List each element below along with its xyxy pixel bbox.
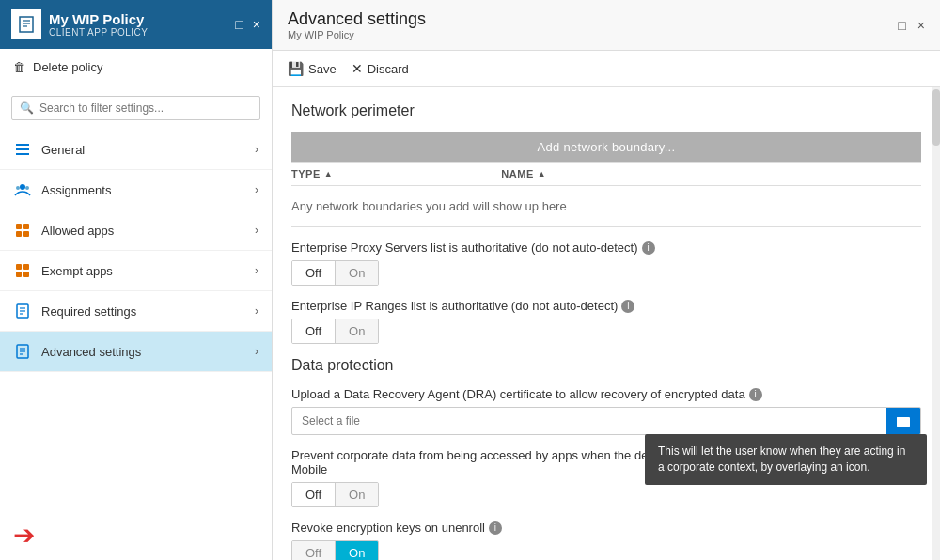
left-header-text: My WIP Policy CLIENT APP POLICY [49,11,148,38]
left-minimize-button[interactable]: □ [235,17,243,32]
add-network-boundary-button[interactable]: Add network boundary... [291,132,921,162]
content-area: Network perimeter Add network boundary..… [273,87,940,560]
arrow-indicator: ➔ [0,501,272,560]
proxy-auth-off-button[interactable]: Off [292,261,335,285]
sort-type-icon[interactable]: ▲ [324,169,333,179]
scrollbar-track[interactable] [932,87,940,560]
search-box[interactable]: 🔍 [11,96,260,120]
ip-ranges-auth-toggle: Off On [291,319,379,344]
discard-label: Discard [368,62,409,76]
left-header-title: My WIP Policy CLIENT APP POLICY [11,9,148,39]
svg-rect-27 [897,419,910,427]
prevent-access-on-button[interactable]: On [336,483,378,506]
scrollbar-thumb[interactable] [932,89,940,146]
svg-point-8 [16,186,20,190]
left-header-policy-subtitle: CLIENT APP POLICY [49,27,148,38]
folder-icon [896,413,911,428]
sidebar-item-advanced-settings[interactable]: Advanced settings › [0,332,272,372]
sidebar-item-required-settings[interactable]: Required settings › [0,291,272,332]
policy-icon [11,9,41,39]
exempt-apps-chevron: › [255,264,258,277]
svg-rect-4 [16,144,29,146]
search-icon: 🔍 [20,101,34,115]
proxy-auth-on-button[interactable]: On [336,261,378,285]
dra-label: Upload a Data Recovery Agent (DRA) certi… [291,387,921,401]
sidebar-item-exempt-apps[interactable]: Exempt apps › [0,251,272,291]
svg-rect-15 [24,264,29,270]
general-chevron: › [255,143,258,156]
revoke-encryption-label: Revoke encryption keys on unenroll i [291,521,921,535]
nav-items: General › Assignments › [0,130,272,501]
network-perimeter-title: Network perimeter [291,102,921,119]
prevent-access-toggle: Off On [291,482,379,507]
sidebar-item-assignments-label: Assignments [41,183,245,197]
proxy-auth-info-icon[interactable]: i [642,241,655,255]
dra-certificate-setting: Upload a Data Recovery Agent (DRA) certi… [291,387,921,435]
delete-policy-button[interactable]: 🗑 Delete policy [0,49,272,86]
left-close-button[interactable]: × [253,17,260,32]
sidebar-item-allowed-apps[interactable]: Allowed apps › [0,210,272,251]
revoke-encryption-setting: Revoke encryption keys on unenroll i Off… [291,521,921,560]
file-select-input[interactable] [292,409,886,433]
svg-rect-6 [16,153,29,155]
sidebar-item-general-label: General [41,143,245,157]
assignments-chevron: › [255,183,258,196]
right-panel-subtitle: My WIP Policy [288,29,426,40]
tooltip-text: This will let the user know when they ar… [658,444,905,474]
left-panel: My WIP Policy CLIENT APP POLICY □ × 🗑 De… [0,0,273,560]
sidebar-item-required-settings-label: Required settings [41,304,245,319]
svg-rect-11 [24,224,29,229]
proxy-auth-label: Enterprise Proxy Servers list is authori… [291,241,921,255]
svg-rect-17 [24,272,29,277]
svg-rect-28 [897,417,902,420]
advanced-settings-chevron: › [255,345,258,358]
revoke-encryption-info-icon[interactable]: i [489,521,502,535]
ip-ranges-auth-label: Enterprise IP Ranges list is authoritati… [291,299,921,313]
dra-info-icon[interactable]: i [749,388,762,401]
right-header-controls: □ × [898,18,925,33]
svg-rect-0 [20,17,33,32]
discard-button[interactable]: ✕ Discard [352,58,409,79]
data-protection-title: Data protection [291,357,921,374]
sidebar-item-general[interactable]: General › [0,130,272,170]
left-header: My WIP Policy CLIENT APP POLICY □ × [0,0,272,49]
svg-rect-13 [24,231,29,237]
svg-point-9 [25,186,29,190]
sidebar-item-assignments[interactable]: Assignments › [0,170,272,210]
right-panel: Advanced settings My WIP Policy □ × 💾 Sa… [273,0,940,560]
prevent-access-off-button[interactable]: Off [292,483,335,506]
right-minimize-button[interactable]: □ [898,18,905,33]
allowed-apps-icon [13,221,32,240]
file-select-button[interactable] [886,408,920,434]
discard-icon: ✕ [352,61,363,76]
save-button[interactable]: 💾 Save [288,58,337,79]
tooltip-box: This will let the user know when they ar… [645,434,927,485]
ip-ranges-auth-info-icon[interactable]: i [621,300,634,313]
ip-ranges-auth-on-button[interactable]: On [336,319,378,343]
right-panel-title: Advanced settings [288,9,426,29]
assignments-icon [13,180,32,199]
right-header-title: Advanced settings My WIP Policy [288,9,426,40]
revoke-encryption-off-button[interactable]: Off [292,541,335,560]
svg-rect-10 [16,224,22,229]
delete-policy-label: Delete policy [33,60,102,74]
toolbar: 💾 Save ✕ Discard [273,51,940,87]
required-settings-chevron: › [255,304,258,318]
left-header-controls: □ × [235,17,260,32]
svg-rect-5 [16,148,29,150]
svg-rect-12 [16,231,22,237]
ip-ranges-auth-off-button[interactable]: Off [292,319,335,343]
table-header: TYPE ▲ NAME ▲ [291,162,921,186]
search-input[interactable] [39,101,252,115]
col-type-header: TYPE ▲ [291,168,501,179]
col-name-header: NAME ▲ [501,168,921,179]
sidebar-item-exempt-apps-label: Exempt apps [41,264,245,278]
revoke-encryption-on-button[interactable]: On [336,541,378,560]
left-header-policy-title: My WIP Policy [49,11,148,27]
sort-name-icon[interactable]: ▲ [538,169,546,179]
advanced-settings-icon [13,342,32,361]
exempt-apps-icon [13,261,32,280]
ip-ranges-auth-setting: Enterprise IP Ranges list is authoritati… [291,299,921,344]
right-close-button[interactable]: × [917,18,925,33]
revoke-encryption-toggle: Off On [291,540,379,560]
